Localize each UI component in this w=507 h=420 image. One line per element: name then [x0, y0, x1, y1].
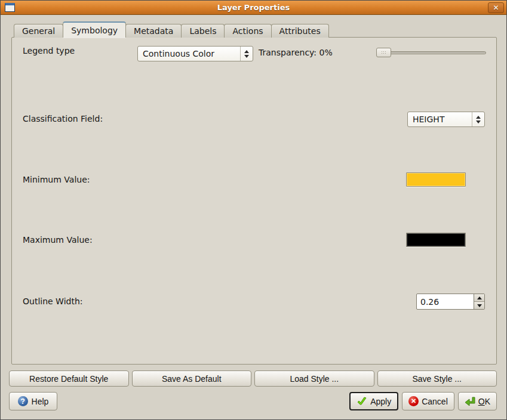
outline-width-spinner[interactable]: 0.26 [416, 294, 485, 310]
classification-field-label: Classification Field: [23, 114, 103, 123]
maximum-value-label: Maximum Value: [23, 235, 93, 245]
tab-attributes[interactable]: Attributes [271, 24, 329, 38]
ok-label: OK [478, 397, 490, 406]
outline-width-value: 0.26 [417, 294, 474, 309]
enter-arrow-icon [465, 397, 475, 406]
slider-track [376, 51, 486, 54]
combo-arrows-icon [240, 47, 253, 61]
cancel-label: Cancel [422, 397, 448, 406]
legend-type-value: Continuous Color [138, 47, 240, 61]
checkmark-icon [357, 397, 367, 406]
classification-field-select[interactable]: HEIGHT [407, 112, 485, 127]
help-button[interactable]: ? Help [9, 392, 57, 410]
tab-actions[interactable]: Actions [224, 24, 271, 38]
legend-type-label: Legend type [23, 46, 75, 55]
help-icon: ? [18, 396, 28, 406]
transparency-slider[interactable] [376, 48, 486, 57]
apply-label: Apply [370, 397, 391, 406]
minimum-value-label: Minimum Value: [23, 175, 90, 184]
window-icon [5, 3, 15, 12]
maximum-color-button[interactable] [406, 233, 466, 247]
tab-general[interactable]: General [14, 24, 63, 38]
combo-arrows-icon [472, 112, 484, 126]
tab-metadata[interactable]: Metadata [125, 24, 182, 38]
titlebar[interactable]: Layer Properties ✕ [1, 1, 506, 15]
tab-bar: General Symbology Metadata Labels Action… [14, 22, 328, 38]
cancel-button[interactable]: ✕ Cancel [402, 392, 454, 410]
tab-symbology[interactable]: Symbology [63, 21, 126, 38]
slider-grip-icon [381, 51, 386, 55]
minimum-color-button[interactable] [406, 172, 466, 187]
transparency-label: Transparency: 0% [259, 48, 333, 57]
legend-type-select[interactable]: Continuous Color [137, 46, 253, 61]
load-style-button[interactable]: Load Style ... [254, 370, 374, 387]
spin-up-icon[interactable] [474, 294, 484, 301]
layer-properties-dialog: { "window": { "title": "Layer Properties… [0, 0, 507, 420]
save-as-default-button[interactable]: Save As Default [132, 370, 252, 387]
ok-button[interactable]: OK [458, 392, 497, 410]
style-buttons-row: Restore Default Style Save As Default Lo… [9, 370, 497, 387]
help-label: Help [32, 397, 49, 406]
outline-width-label: Outline Width: [23, 297, 83, 306]
slider-handle[interactable] [376, 48, 391, 57]
spin-down-icon[interactable] [474, 301, 484, 309]
window-title: Layer Properties [217, 3, 290, 12]
tab-labels[interactable]: Labels [181, 24, 225, 38]
apply-button[interactable]: Apply [349, 392, 398, 410]
classification-field-value: HEIGHT [408, 112, 472, 126]
symbology-panel: Legend type Continuous Color Transparenc… [11, 37, 497, 365]
cancel-x-icon: ✕ [408, 396, 419, 406]
close-icon[interactable]: ✕ [488, 2, 504, 13]
dialog-footer: ? Help Apply ✕ Cancel OK [9, 392, 497, 410]
save-style-button[interactable]: Save Style ... [377, 370, 497, 387]
restore-default-style-button[interactable]: Restore Default Style [9, 370, 129, 387]
